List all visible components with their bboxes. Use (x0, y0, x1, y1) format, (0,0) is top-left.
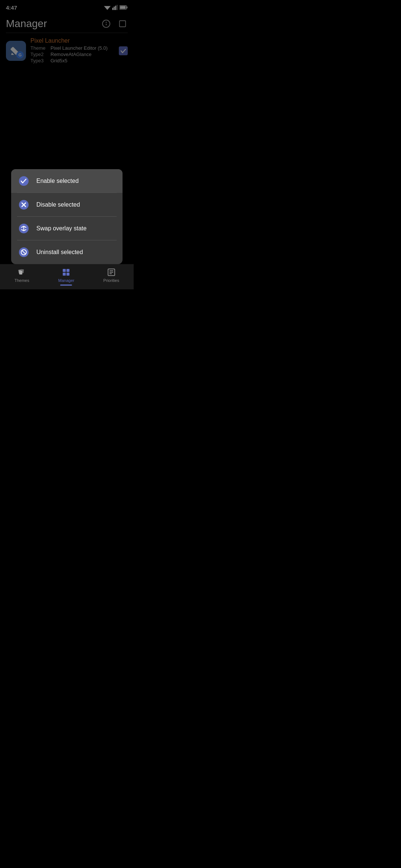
svg-rect-31 (63, 273, 66, 276)
svg-rect-32 (66, 273, 69, 276)
block-circle-icon (19, 247, 29, 257)
disable-selected-label: Disable selected (36, 201, 80, 208)
context-menu-item-swap[interactable]: Swap overlay state (11, 217, 123, 240)
enable-selected-label: Enable selected (36, 178, 79, 184)
context-menu-item-uninstall[interactable]: Uninstall selected (11, 240, 123, 264)
priorities-nav-label: Priorities (103, 278, 119, 283)
nav-item-themes[interactable]: Themes (9, 265, 35, 286)
svg-rect-29 (63, 269, 66, 272)
nav-item-manager[interactable]: Manager (52, 265, 80, 286)
themes-icon (17, 268, 26, 277)
check-circle-icon (19, 176, 29, 186)
swap-overlay-label: Swap overlay state (36, 225, 87, 232)
svg-rect-30 (66, 269, 69, 272)
context-menu: Enable selected Disable selected Swap ov… (11, 169, 123, 264)
context-menu-item-enable[interactable]: Enable selected (11, 169, 123, 193)
svg-rect-28 (19, 271, 22, 274)
swap-circle-icon (19, 223, 29, 234)
themes-nav-label: Themes (14, 278, 29, 283)
context-menu-item-disable[interactable]: Disable selected (11, 193, 123, 217)
bottom-nav: Themes Manager Priorities (0, 264, 134, 289)
uninstall-selected-label: Uninstall selected (36, 249, 83, 256)
manager-icon (62, 268, 71, 277)
x-circle-icon (19, 200, 29, 210)
nav-item-priorities[interactable]: Priorities (97, 265, 125, 286)
manager-nav-label: Manager (58, 278, 74, 283)
priorities-icon (107, 268, 116, 277)
